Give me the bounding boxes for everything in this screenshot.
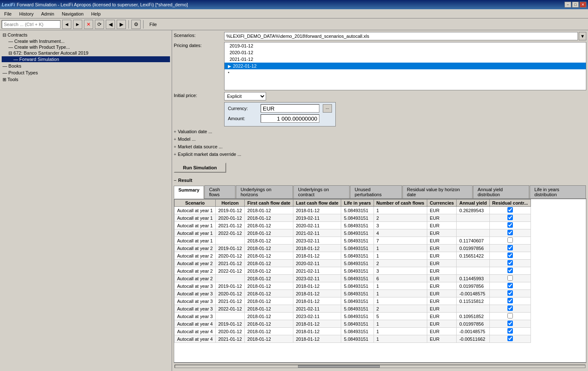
residual-checkbox[interactable] bbox=[507, 260, 513, 266]
date-item-2[interactable]: 2020-01-12 bbox=[225, 49, 586, 56]
table-cell: 5.08493151 bbox=[341, 328, 374, 335]
residual-checkbox[interactable] bbox=[507, 336, 513, 341]
table-cell-residual[interactable] bbox=[489, 267, 531, 275]
tab-cash-flows[interactable]: Cash flows bbox=[204, 185, 235, 198]
table-cell-residual[interactable] bbox=[489, 320, 531, 328]
date-item-3[interactable]: 2021-01-12 bbox=[225, 56, 586, 63]
prev-button[interactable]: ◀ bbox=[106, 20, 115, 29]
tree-product-types[interactable]: — Product Types bbox=[2, 70, 170, 76]
initial-price-row: Initial price: Explicit Currency: ··· Am… bbox=[174, 92, 586, 126]
date-item-5[interactable]: • bbox=[225, 69, 586, 76]
residual-checkbox[interactable] bbox=[507, 298, 513, 303]
valuation-date-section[interactable]: + Valuation date ... bbox=[174, 128, 586, 135]
tab-unused-perturbations[interactable]: Unused perturbations bbox=[350, 185, 402, 198]
residual-checkbox[interactable] bbox=[507, 215, 513, 220]
menu-history[interactable]: History bbox=[16, 11, 37, 17]
table-cell: 2018-01-12 bbox=[245, 275, 293, 282]
menu-help[interactable]: Help bbox=[88, 11, 104, 17]
back-button[interactable]: ◄ bbox=[62, 20, 71, 29]
table-cell-residual[interactable] bbox=[489, 245, 531, 252]
residual-checkbox[interactable] bbox=[507, 283, 513, 288]
residual-checkbox[interactable] bbox=[507, 305, 513, 311]
table-cell-residual[interactable] bbox=[489, 328, 531, 335]
maximize-button[interactable]: □ bbox=[572, 2, 579, 8]
residual-checkbox[interactable] bbox=[507, 230, 513, 235]
tab-underlyings-horizons[interactable]: Underlyings on horizons bbox=[236, 185, 293, 198]
table-cell-residual[interactable] bbox=[489, 297, 531, 305]
tree-books[interactable]: — Books bbox=[2, 63, 170, 69]
summary-table-container[interactable]: Scenario Horizon First cash flow date La… bbox=[174, 199, 586, 363]
table-cell-residual[interactable] bbox=[489, 222, 531, 229]
residual-checkbox[interactable] bbox=[507, 328, 513, 334]
pricing-dates-listbox[interactable]: 2019-01-12 2020-01-12 2021-01-12 ▶ 2022-… bbox=[224, 42, 586, 90]
residual-checkbox[interactable] bbox=[507, 237, 513, 243]
residual-checkbox[interactable] bbox=[507, 207, 513, 213]
menu-file[interactable]: File bbox=[1, 11, 15, 17]
tab-annual-yield[interactable]: Annual yield distribution bbox=[473, 185, 529, 198]
table-cell-residual[interactable] bbox=[489, 282, 531, 290]
table-cell-residual[interactable] bbox=[489, 229, 531, 237]
run-simulation-button[interactable]: Run Simulation bbox=[174, 163, 226, 173]
tab-summary[interactable]: Summary bbox=[174, 186, 204, 199]
residual-checkbox[interactable] bbox=[507, 245, 513, 250]
tab-underlyings-contract[interactable]: Underlyings on contract bbox=[293, 185, 350, 198]
date-item-1[interactable]: 2019-01-12 bbox=[225, 42, 586, 49]
tree-forward-simulation[interactable]: — Forward Simulation bbox=[2, 56, 170, 62]
residual-checkbox[interactable] bbox=[507, 321, 513, 326]
residual-checkbox[interactable] bbox=[507, 275, 513, 281]
horizontal-scrollbar[interactable] bbox=[174, 363, 586, 369]
currency-browse-button[interactable]: ··· bbox=[323, 104, 332, 113]
col-annual-yield: Annual yield bbox=[457, 200, 489, 207]
table-cell: 2019-01-12 bbox=[216, 282, 245, 290]
close-button[interactable]: ✕ bbox=[580, 2, 586, 8]
tree-create-instrument[interactable]: — Create with Instrument... bbox=[2, 38, 170, 44]
residual-checkbox[interactable] bbox=[507, 253, 513, 258]
table-cell: Autocall at year 1 bbox=[175, 214, 216, 222]
table-cell-residual[interactable] bbox=[489, 260, 531, 267]
residual-checkbox[interactable] bbox=[507, 222, 513, 228]
scenarios-input[interactable] bbox=[224, 32, 578, 40]
table-cell-residual[interactable] bbox=[489, 275, 531, 282]
table-cell-residual[interactable] bbox=[489, 305, 531, 313]
table-cell-residual[interactable] bbox=[489, 290, 531, 297]
amount-input[interactable] bbox=[261, 114, 319, 123]
minimize-button[interactable]: − bbox=[564, 2, 571, 8]
tab-residual-value[interactable]: Residual value by horizon date bbox=[402, 185, 473, 198]
col-residual: Residual contr... bbox=[489, 200, 531, 207]
table-cell-residual[interactable] bbox=[489, 252, 531, 260]
table-cell-residual[interactable] bbox=[489, 313, 531, 320]
tree-contracts[interactable]: ⊟ Contracts bbox=[2, 32, 170, 38]
menu-navigation[interactable]: Navigation bbox=[58, 11, 87, 17]
table-cell-residual[interactable] bbox=[489, 237, 531, 245]
initial-price-type-select[interactable]: Explicit bbox=[224, 92, 266, 100]
residual-checkbox[interactable] bbox=[507, 313, 513, 318]
tab-life-in-years[interactable]: Life in years distribution bbox=[530, 185, 586, 198]
residual-checkbox[interactable] bbox=[507, 290, 513, 296]
date-item-4[interactable]: ▶ 2022-01-12 bbox=[225, 63, 586, 69]
table-row: Autocall at year 22019-01-122018-01-1220… bbox=[175, 245, 531, 252]
stop-button[interactable]: ✕ bbox=[84, 20, 93, 29]
residual-checkbox[interactable] bbox=[507, 268, 513, 273]
market-data-source-section[interactable]: + Market data source ... bbox=[174, 143, 586, 150]
table-cell-residual[interactable] bbox=[489, 214, 531, 222]
tree-672[interactable]: ⊟ 672: Banco Santander Autocall 2019 bbox=[2, 50, 170, 56]
table-cell: EUR bbox=[427, 260, 456, 267]
explicit-override-section[interactable]: + Explicit market data override ... bbox=[174, 151, 586, 158]
search-input[interactable] bbox=[2, 20, 60, 29]
tree-create-product-type[interactable]: — Create with Product Type... bbox=[2, 44, 170, 50]
model-section[interactable]: + Model ... bbox=[174, 136, 586, 142]
refresh-button[interactable]: ⟳ bbox=[95, 20, 104, 29]
table-cell bbox=[457, 214, 489, 222]
table-cell: 0.10951852 bbox=[457, 313, 489, 320]
tree-tools[interactable]: ⊞ Tools bbox=[2, 76, 170, 83]
menu-admin[interactable]: Admin bbox=[38, 11, 57, 17]
settings-button[interactable]: ⚙ bbox=[131, 20, 141, 29]
table-cell: 2018-01-12 bbox=[245, 313, 293, 320]
table-cell-residual[interactable] bbox=[489, 335, 531, 343]
table-cell-residual[interactable] bbox=[489, 207, 531, 214]
file-menu-label[interactable]: File bbox=[146, 21, 160, 28]
scenarios-dropdown-button[interactable]: ▼ bbox=[579, 32, 586, 40]
currency-input[interactable] bbox=[261, 104, 319, 113]
next-button[interactable]: ▶ bbox=[117, 20, 126, 29]
forward-button[interactable]: ► bbox=[73, 20, 82, 29]
